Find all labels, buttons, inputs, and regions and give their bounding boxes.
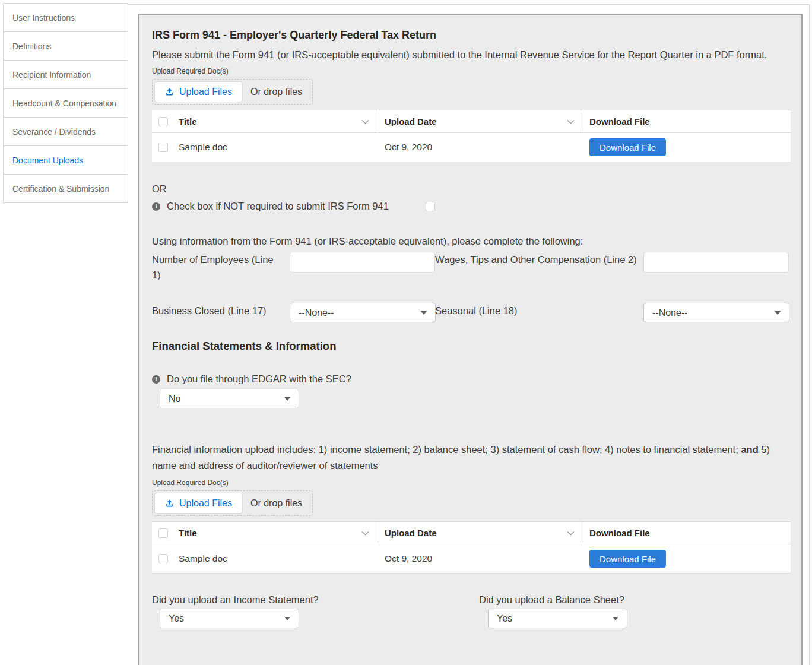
scrollbar-track[interactable] xyxy=(809,5,810,665)
table-header-row: Title Upload Date Download File xyxy=(152,522,791,544)
column-header-download: Download File xyxy=(589,528,650,538)
income-statement-question: Did you upload an Income Statement? xyxy=(152,593,479,606)
edgar-value: No xyxy=(169,394,180,404)
sidebar-item-headcount-compensation[interactable]: Headcount & Compensation xyxy=(3,88,128,118)
select-all-checkbox[interactable] xyxy=(158,528,168,538)
documents-table: Title Upload Date Download File Sample d… xyxy=(152,110,791,162)
edgar-question-row: i Do you file through EDGAR with the SEC… xyxy=(152,373,789,385)
drop-files-text: Or drop files xyxy=(250,87,302,97)
column-header-upload-date[interactable]: Upload Date xyxy=(385,116,437,126)
seasonal-select[interactable]: --None-- xyxy=(643,303,789,322)
wages-label: Wages, Tips and Other Compensation (Line… xyxy=(435,252,643,267)
income-statement-select[interactable]: Yes xyxy=(160,609,299,628)
table-row: Sample doc Oct 9, 2020 Download File xyxy=(152,133,791,162)
caret-down-icon xyxy=(613,617,618,620)
upload-files-button[interactable]: Upload Files xyxy=(154,493,243,514)
business-closed-select[interactable]: --None-- xyxy=(290,303,436,322)
sidebar-item-user-instructions[interactable]: User Instructions xyxy=(3,3,128,32)
drop-files-text: Or drop files xyxy=(250,498,302,509)
complete-following-text: Using information from the Form 941 (or … xyxy=(152,233,789,249)
balance-sheet-select[interactable]: Yes xyxy=(488,609,627,628)
row-checkbox[interactable] xyxy=(158,554,168,563)
upload-icon xyxy=(165,499,174,508)
or-separator: OR xyxy=(152,182,789,195)
upload-required-label: Upload Required Doc(s) xyxy=(152,479,789,487)
sidebar: User Instructions Definitions Recipient … xyxy=(3,4,128,203)
chevron-down-icon[interactable] xyxy=(361,531,369,536)
seasonal-value: --None-- xyxy=(652,308,688,318)
financial-section-title: Financial Statements & Information xyxy=(152,339,789,353)
chevron-down-icon[interactable] xyxy=(361,119,369,124)
business-closed-label: Business Closed (Line 17) xyxy=(152,303,290,318)
download-file-button[interactable]: Download File xyxy=(589,138,666,156)
file-dropzone[interactable]: Upload Files Or drop files xyxy=(152,79,313,104)
document-uploads-panel: IRS Form 941 - Employer's Quarterly Fede… xyxy=(138,14,803,665)
chevron-down-icon[interactable] xyxy=(567,531,575,536)
download-file-button[interactable]: Download File xyxy=(589,550,666,568)
income-statement-value: Yes xyxy=(169,613,184,624)
page-title: IRS Form 941 - Employer's Quarterly Fede… xyxy=(152,28,789,42)
row-checkbox[interactable] xyxy=(158,142,168,152)
sidebar-item-recipient-information[interactable]: Recipient Information xyxy=(3,60,128,89)
column-header-title[interactable]: Title xyxy=(179,528,197,538)
seasonal-label: Seasonal (Line 18) xyxy=(435,303,643,318)
employees-label: Number of Employees (Line 1) xyxy=(152,252,290,283)
sidebar-item-severance-dividends[interactable]: Severance / Dividends xyxy=(3,117,128,146)
caret-down-icon xyxy=(284,397,290,401)
wages-input[interactable] xyxy=(643,252,789,273)
edgar-select[interactable]: No xyxy=(160,389,299,408)
upload-files-button[interactable]: Upload Files xyxy=(154,81,243,102)
balance-sheet-question: Did you upload a Balance Sheet? xyxy=(479,593,728,606)
upload-files-label: Upload Files xyxy=(179,87,232,97)
upload-confirmation-questions: Did you upload an Income Statement? Yes … xyxy=(152,593,789,628)
business-closed-value: --None-- xyxy=(299,308,334,318)
edgar-question-label: Do you file through EDGAR with the SEC? xyxy=(167,373,351,385)
not-required-row: i Check box if NOT required to submit IR… xyxy=(152,201,789,212)
caret-down-icon xyxy=(421,311,427,315)
not-required-checkbox[interactable] xyxy=(426,202,435,211)
sidebar-item-certification-submission[interactable]: Certification & Submission xyxy=(3,174,128,203)
column-header-upload-date[interactable]: Upload Date xyxy=(385,528,437,538)
not-required-label: Check box if NOT required to submit IRS … xyxy=(167,201,389,212)
balance-sheet-value: Yes xyxy=(497,613,512,624)
upload-icon xyxy=(165,87,174,96)
caret-down-icon xyxy=(284,617,290,620)
caret-down-icon xyxy=(775,311,781,315)
info-icon[interactable]: i xyxy=(152,202,160,211)
column-header-download: Download File xyxy=(589,116,650,126)
document-title: Sample doc xyxy=(179,142,227,153)
document-title: Sample doc xyxy=(179,553,227,564)
info-icon[interactable]: i xyxy=(152,375,160,384)
financial-upload-note: Financial information upload includes: 1… xyxy=(152,442,789,474)
documents-table: Title Upload Date Download File Sample d… xyxy=(152,521,791,574)
document-upload-date: Oct 9, 2020 xyxy=(385,142,432,153)
form941-description: Please submit the Form 941 (or IRS-accep… xyxy=(152,47,789,62)
chevron-down-icon[interactable] xyxy=(567,119,575,124)
file-dropzone[interactable]: Upload Files Or drop files xyxy=(152,490,313,516)
table-row: Sample doc Oct 9, 2020 Download File xyxy=(152,544,791,573)
employees-input[interactable] xyxy=(290,252,435,273)
document-upload-date: Oct 9, 2020 xyxy=(385,553,432,564)
sidebar-item-definitions[interactable]: Definitions xyxy=(3,31,128,61)
sidebar-item-document-uploads[interactable]: Document Uploads xyxy=(3,145,128,175)
table-header-row: Title Upload Date Download File xyxy=(152,110,791,133)
select-all-checkbox[interactable] xyxy=(158,117,168,126)
upload-files-label: Upload Files xyxy=(179,498,232,509)
column-header-title[interactable]: Title xyxy=(179,116,197,126)
form941-fields: Number of Employees (Line 1) Wages, Tips… xyxy=(152,252,789,322)
upload-required-label: Upload Required Doc(s) xyxy=(152,67,789,76)
